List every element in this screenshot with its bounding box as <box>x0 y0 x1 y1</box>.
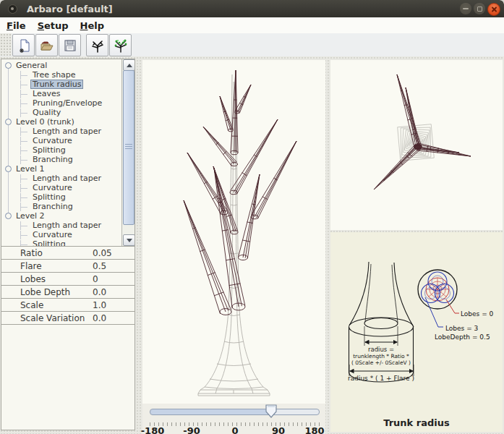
sidebar-item-label: Splitting <box>30 192 68 202</box>
expand-handle-icon[interactable] <box>5 213 12 219</box>
tree-guide <box>20 99 28 108</box>
tree-guide <box>20 156 28 164</box>
tree-color-icon <box>113 38 129 54</box>
app-window: Arbaro [default] File Setup Help <box>0 0 504 434</box>
title-bar[interactable]: Arbaro [default] <box>0 0 504 18</box>
open-folder-icon <box>39 38 55 54</box>
param-value[interactable]: 0.0 <box>93 313 106 323</box>
sidebar-item-level1-splitting[interactable]: Splitting <box>1 192 122 202</box>
sidebar-item-level-1[interactable]: Level 1 <box>1 164 122 174</box>
param-row-lobe-depth[interactable]: Lobe Depth0.0 <box>1 286 134 299</box>
sidebar-item-label: Pruning/Envelope <box>30 98 104 108</box>
save-file-button[interactable] <box>59 34 81 56</box>
sidebar-item-level2-length[interactable]: Length and taper <box>1 221 122 230</box>
param-value[interactable]: 0 <box>93 274 98 284</box>
radius-formula-line1: radius = <box>368 346 394 353</box>
sidebar-item-label: Length and taper <box>30 221 103 230</box>
sidebar-item-quality[interactable]: Quality <box>1 108 122 117</box>
parameter-table: Ratio0.05 Flare0.5 Lobes0 Lobe Depth0.0 … <box>1 247 134 325</box>
help-caption: Trunk radius <box>330 417 503 428</box>
param-value[interactable]: 0.05 <box>93 248 112 258</box>
sidebar-item-label-selected: Trunk radius <box>30 80 83 89</box>
maximize-button[interactable] <box>474 3 485 14</box>
sidebar-item-pruning-envelope[interactable]: Pruning/Envelope <box>1 98 122 108</box>
tree-guide <box>20 71 28 80</box>
param-row-ratio[interactable]: Ratio0.05 <box>1 247 134 260</box>
tree-guide <box>20 193 28 202</box>
new-file-icon <box>16 38 32 54</box>
tree-guide <box>20 109 28 117</box>
render-tree-bw-button[interactable] <box>86 34 108 56</box>
sidebar-item-level2-splitting[interactable]: Splitting <box>1 239 122 246</box>
sidebar-item-level0-length[interactable]: Length and taper <box>1 127 122 136</box>
expand-handle-icon[interactable] <box>5 166 12 172</box>
sidebar-item-label: Branching <box>30 202 75 211</box>
param-name: Lobes <box>20 274 93 284</box>
sidebar-item-label: Level 0 (trunk) <box>14 117 77 127</box>
menu-setup[interactable]: Setup <box>33 20 74 32</box>
sidebar-item-level0-curvature[interactable]: Curvature <box>1 136 122 145</box>
sidebar-item-label: Splitting <box>30 239 68 246</box>
slider-track[interactable] <box>150 409 320 415</box>
param-row-flare[interactable]: Flare0.5 <box>1 260 134 273</box>
sidebar-item-level0-splitting[interactable]: Splitting <box>1 145 122 155</box>
lobes0-label: Lobes = 0 <box>461 310 494 318</box>
sidebar-item-level0-branching[interactable]: Branching <box>1 155 122 164</box>
tree-guide <box>20 221 28 230</box>
top-view-canvas <box>330 60 503 230</box>
tick-label: 90 <box>272 425 285 434</box>
toolbar <box>0 33 504 57</box>
sidebar-item-label: Branching <box>30 155 75 164</box>
sidebar-item-label: Leaves <box>30 89 62 98</box>
tick-label: -180 <box>141 425 165 434</box>
sidebar-item-level-2[interactable]: Level 2 <box>1 211 122 221</box>
sidebar-item-label: Curvature <box>30 136 74 145</box>
minimize-button[interactable] <box>460 3 471 14</box>
radius-formula-line2: trunklength * Ratio * <box>353 353 409 359</box>
sidebar-item-general[interactable]: General <box>1 61 122 70</box>
open-file-button[interactable] <box>35 34 58 56</box>
tick-label: 180 <box>304 425 324 434</box>
param-name: Ratio <box>20 248 93 258</box>
scroll-up-arrow-icon[interactable] <box>123 59 134 71</box>
front-view-canvas <box>142 60 325 404</box>
param-row-scale[interactable]: Scale1.0 <box>1 299 134 312</box>
toolbar-drag-handle[interactable] <box>0 33 12 56</box>
window-title: Arbaro [default] <box>27 4 113 14</box>
sidebar-item-level1-branching[interactable]: Branching <box>1 202 122 211</box>
new-tree-button[interactable] <box>12 34 35 56</box>
param-value[interactable]: 0.5 <box>93 261 106 271</box>
trunk-radius-diagram: radius = trunklength * Ratio * ( 0Scale … <box>330 232 503 417</box>
param-name: Flare <box>20 261 93 271</box>
sidebar-item-level1-curvature[interactable]: Curvature <box>1 183 122 192</box>
sidebar-item-label: Quality <box>30 108 63 117</box>
sidebar-item-label: Tree shape <box>30 70 78 80</box>
scrollbar-thumb[interactable] <box>123 70 134 225</box>
param-value[interactable]: 0.0 <box>93 287 106 297</box>
param-row-scale-variation[interactable]: Scale Variation0.0 <box>1 312 134 325</box>
slider-thumb[interactable] <box>265 404 277 418</box>
sidebar-item-level-0[interactable]: Level 0 (trunk) <box>1 117 122 127</box>
render-tree-color-button[interactable] <box>109 34 132 56</box>
tree-guide <box>20 146 28 155</box>
sidebar-item-level1-length[interactable]: Length and taper <box>1 174 122 183</box>
param-value[interactable]: 1.0 <box>93 300 106 310</box>
param-name: Scale Variation <box>20 313 93 323</box>
scroll-down-arrow-icon[interactable] <box>123 234 134 246</box>
tick-label: -90 <box>183 425 200 434</box>
sidebar-item-trunk-radius[interactable]: Trunk radius <box>1 80 122 89</box>
sidebar-item-tree-shape[interactable]: Tree shape <box>1 70 122 80</box>
menu-help[interactable]: Help <box>75 20 109 32</box>
sidebar-item-leaves[interactable]: Leaves <box>1 89 122 98</box>
sidebar-item-level2-curvature[interactable]: Curvature <box>1 230 122 239</box>
tree-guide <box>20 174 28 183</box>
tree-scrollbar[interactable] <box>121 59 134 246</box>
menu-file[interactable]: File <box>1 20 31 32</box>
expand-handle-icon[interactable] <box>5 119 12 125</box>
sidebar-item-label: Length and taper <box>30 174 103 183</box>
close-button[interactable] <box>487 3 500 16</box>
front-view-wireframe <box>142 60 325 404</box>
expand-handle-icon[interactable] <box>5 62 12 69</box>
param-row-lobes[interactable]: Lobes0 <box>1 273 134 286</box>
rotation-slider: -180 -90 0 90 180 <box>142 404 325 434</box>
